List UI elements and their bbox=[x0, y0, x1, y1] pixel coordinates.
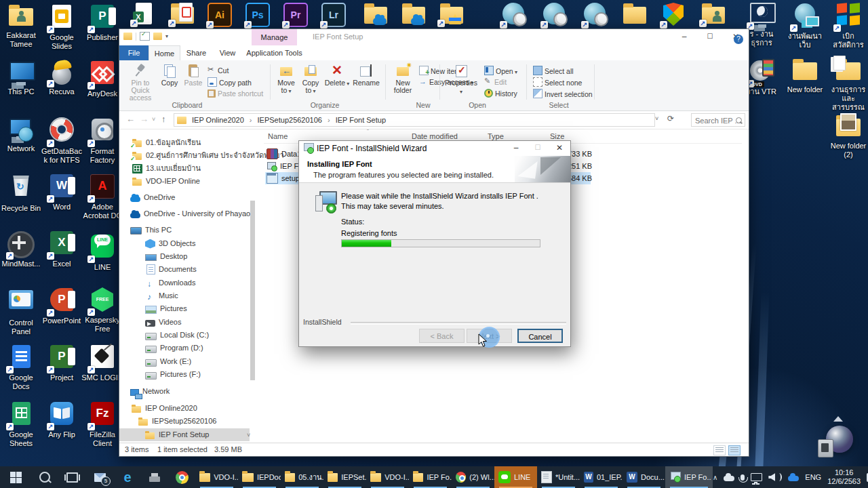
nav-item[interactable]: VDO-IEP Online bbox=[132, 175, 200, 188]
taskbar-printer-button[interactable] bbox=[141, 466, 168, 488]
desktop-icon-google-slides[interactable]: Google Slides bbox=[41, 3, 83, 51]
chevron-down-icon[interactable]: ▾ bbox=[165, 33, 168, 39]
taskbar-window-chrome[interactable]: (2) Wl... bbox=[452, 466, 494, 488]
delete-button[interactable]: ✕Delete bbox=[324, 62, 350, 87]
taskbar-window-word-1[interactable]: 01_IEP... bbox=[580, 466, 623, 488]
language-indicator[interactable]: ENG bbox=[805, 473, 821, 481]
column-size[interactable]: Size bbox=[550, 132, 564, 140]
desktop-icon-google-docs[interactable]: Google Docs bbox=[0, 343, 42, 391]
nav-item[interactable]: Videos bbox=[145, 316, 181, 329]
taskbar-window-folder-5[interactable]: VDO-I... bbox=[366, 466, 409, 488]
minimize-button[interactable]: – bbox=[671, 29, 697, 45]
checkbox-icon[interactable] bbox=[140, 32, 150, 41]
desktop-icon-user-folder[interactable] bbox=[699, 1, 726, 28]
speaker-icon[interactable] bbox=[768, 473, 775, 481]
desktop-icon-sarabun-folder[interactable]: งานธุรการและสารบรรณ bbox=[827, 57, 868, 112]
cut-button[interactable]: Cut bbox=[208, 66, 229, 76]
history-button[interactable]: History bbox=[484, 89, 517, 99]
breadcrumb[interactable]: IEP Online2020 IEPSetup25620106 IEP Font… bbox=[174, 113, 655, 127]
list-view-toggle[interactable] bbox=[713, 445, 726, 455]
desktop-icon-anydesk[interactable]: AnyDesk bbox=[81, 59, 123, 98]
nav-item[interactable]: Documents bbox=[145, 263, 197, 276]
desktop-icon-powerpoint[interactable]: PPowerPoint bbox=[41, 286, 83, 325]
tab-application-tools[interactable]: Application Tools bbox=[243, 45, 306, 60]
tab-home[interactable]: Home bbox=[149, 45, 180, 60]
title-bar[interactable]: ▾ Manage IEP Font Setup – ☐ ✕ bbox=[119, 29, 749, 45]
nav-scroll-down-icon[interactable]: ˅ bbox=[247, 432, 250, 439]
desktop-icon-web-dev[interactable]: งานพัฒนาเว็บ bbox=[784, 1, 826, 49]
taskbar-window-folder-4[interactable]: IEPSet... bbox=[323, 466, 366, 488]
desktop-icon-folder[interactable] bbox=[620, 1, 648, 28]
desktop-icon-word[interactable]: WWord bbox=[41, 172, 83, 211]
nav-item[interactable]: Music bbox=[145, 289, 178, 302]
desktop-icon-publisher[interactable]: PPublisher bbox=[81, 3, 123, 42]
column-name[interactable]: Name bbox=[268, 132, 288, 140]
clock[interactable]: 10:1612/6/2563 bbox=[827, 468, 861, 486]
network-icon[interactable] bbox=[751, 473, 762, 481]
copy-to-button[interactable]: Copy to bbox=[298, 62, 323, 95]
details-view-toggle[interactable] bbox=[728, 445, 741, 455]
copy-path-button[interactable]: Copy path bbox=[208, 77, 252, 87]
start-button[interactable] bbox=[0, 466, 31, 488]
breadcrumb-item[interactable]: IEP Font Setup bbox=[325, 113, 389, 127]
nav-item-onedrive-up[interactable]: OneDrive - University of Phayao bbox=[130, 207, 250, 220]
desktop-icon-onedrive-folder[interactable] bbox=[361, 1, 389, 28]
nav-item[interactable]: Local Disk (C:) bbox=[145, 329, 209, 342]
tray-expand-icon[interactable] bbox=[713, 474, 717, 481]
address-dropdown-icon[interactable]: ˅ bbox=[655, 115, 658, 122]
desktop-icon-onedrive-folder-2[interactable] bbox=[399, 1, 427, 28]
desktop-icon-recycle-bin[interactable]: Recycle Bin bbox=[0, 172, 42, 213]
manage-context-header[interactable]: Manage bbox=[252, 29, 297, 45]
refresh-icon[interactable]: ⟳ bbox=[667, 114, 674, 123]
select-none-button[interactable]: Select none bbox=[533, 77, 582, 87]
desktop-icon-control-panel[interactable]: Control Panel bbox=[0, 286, 42, 336]
desktop-icon-illustrator[interactable]: Ai bbox=[206, 1, 233, 28]
desktop-icon-world-clock-2[interactable] bbox=[540, 1, 568, 28]
cancel-button[interactable]: Cancel bbox=[517, 329, 563, 343]
column-date-modified[interactable]: Date modified bbox=[412, 132, 458, 140]
desktop-icon-pdf-folder[interactable] bbox=[168, 1, 195, 28]
taskbar-chrome-button[interactable] bbox=[168, 466, 195, 488]
desktop-icon-smc-login[interactable]: SMC LOGIN bbox=[81, 343, 123, 382]
breadcrumb-item[interactable]: IEPSetup25620106 bbox=[247, 113, 325, 127]
nav-item[interactable]: Work (E:) bbox=[145, 355, 191, 368]
desktop-icon-acrobat[interactable]: AAdobe Acrobat DC bbox=[81, 172, 123, 220]
search-input[interactable]: Search IEP ... bbox=[691, 113, 745, 127]
nav-item[interactable]: Desktop bbox=[145, 250, 187, 263]
orb-arrow-icon[interactable] bbox=[833, 416, 843, 422]
tab-share[interactable]: Share bbox=[180, 45, 212, 60]
nav-item[interactable]: ✓02.ศูนย์การศึกษาพิเศษ ประจำจังหวัดพะเยา bbox=[132, 149, 284, 162]
pin-to-quick-access-button[interactable]: Pin to Quick access bbox=[123, 62, 157, 102]
desktop-icon-google-sheets[interactable]: Google Sheets bbox=[0, 400, 42, 448]
taskbar-window-folder-3[interactable]: 05.งาน... bbox=[281, 466, 323, 488]
desktop-icon-excel-file[interactable] bbox=[130, 1, 157, 28]
desktop-icon-world-clock-3[interactable] bbox=[581, 1, 608, 28]
desktop-icon-mindmaster[interactable]: MindMast... bbox=[0, 229, 42, 268]
dialog-title-bar[interactable]: IEP Font - InstallShield Wizard – ☐ ✕ bbox=[299, 141, 570, 156]
desktop-icon-network[interactable]: Network bbox=[0, 116, 42, 153]
taskbar-edge-button[interactable] bbox=[114, 466, 141, 488]
open-button[interactable]: Open bbox=[484, 66, 517, 76]
nav-item[interactable]: Downloads bbox=[145, 277, 195, 289]
desktop-icon-photoshop[interactable]: Ps bbox=[244, 1, 271, 28]
taskbar-window-folder-1[interactable]: VDO-I... bbox=[195, 466, 238, 488]
edit-button[interactable]: Edit bbox=[484, 77, 507, 87]
nav-item-selected[interactable]: IEP Font Setup bbox=[119, 428, 250, 441]
column-type[interactable]: Type bbox=[488, 132, 504, 140]
taskbar-window-word-2[interactable]: Docu... bbox=[623, 466, 665, 488]
paste-shortcut-button[interactable]: Paste shortcut bbox=[208, 89, 263, 99]
desktop-icon-this-pc[interactable]: This PC bbox=[0, 59, 42, 96]
taskbar-window-line[interactable]: LINE bbox=[494, 466, 537, 488]
desktop-icon-project[interactable]: PProject bbox=[41, 343, 83, 382]
desktop-icon-new-folder-2[interactable]: New folder (2) bbox=[827, 113, 868, 159]
taskbar-window-notepad[interactable]: *Untit... bbox=[537, 466, 580, 488]
nav-item[interactable]: IEPSetup25620106 bbox=[138, 415, 216, 428]
onedrive-icon[interactable] bbox=[724, 476, 734, 481]
folder-icon[interactable] bbox=[123, 33, 132, 40]
select-all-button[interactable]: Select all bbox=[533, 66, 574, 76]
taskbar-window-folder-2[interactable]: IEPDoc bbox=[238, 466, 281, 488]
paste-button[interactable]: Paste bbox=[182, 62, 205, 87]
up-button[interactable]: ↑ bbox=[161, 114, 166, 124]
nav-item[interactable]: 3D Objects bbox=[145, 237, 195, 250]
nav-item-onedrive[interactable]: OneDrive bbox=[130, 191, 175, 204]
